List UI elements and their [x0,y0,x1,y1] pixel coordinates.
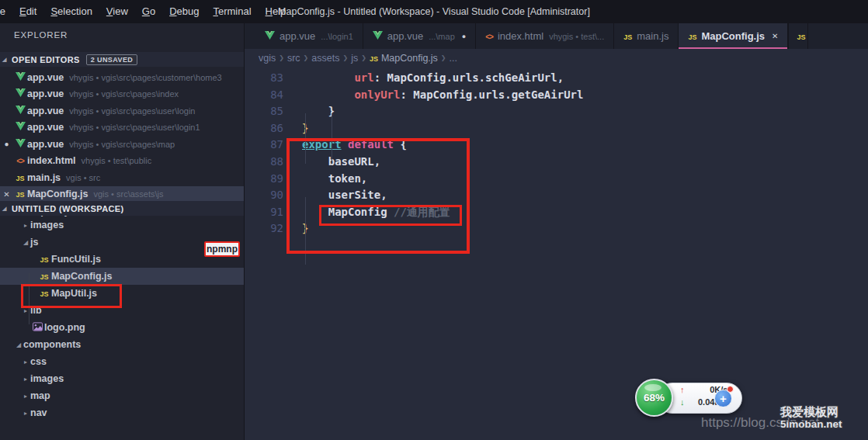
tree-item-images[interactable]: ▸images [0,370,245,387]
close-icon[interactable]: ✕ [0,190,13,199]
js-icon: JS [13,189,27,199]
tab-main.js[interactable]: JSmain.js [614,23,679,49]
code-token: { [394,138,407,151]
tree-item-label: images [30,220,64,230]
chevron-right-icon: ❯ [441,54,446,61]
tree-item-map[interactable]: ▸map [0,387,245,404]
line-number: 83 [245,70,283,87]
breadcrumb-item-assets[interactable]: assets [311,53,339,64]
tree-item-MapUtiljs[interactable]: JSMapUtil.js [0,285,245,302]
tree-item-lib[interactable]: ▸lib [0,302,245,319]
tab-index.html[interactable]: <>index.htmlvhygis • test\... [476,23,614,49]
code-line[interactable]: 90userSite, [245,187,868,204]
js-icon: JS [37,254,51,265]
open-editors-list: app.vuevhygis • vgis\src\pages\customer\… [0,69,245,220]
code-line[interactable]: 88baseURL, [245,154,868,171]
open-editor-item[interactable]: app.vuevhygis • vgis\src\pages\index [0,86,245,103]
open-editors-label: OPEN EDITORS [12,55,80,64]
line-number: 85 [245,103,283,120]
tree-item-nav[interactable]: ▸nav [0,404,245,421]
file-name: index.html [27,155,76,166]
code-line[interactable]: 92} [245,220,868,237]
file-name: app.vue [27,106,64,116]
tab-MapConfig.js[interactable]: JSMapConfig.js✕ [679,23,788,49]
tree-item-label: components [23,339,81,350]
file-name: main.js [27,172,61,183]
vue-icon [13,139,27,150]
menu-item-edit[interactable]: Edit [12,0,43,23]
open-editor-item[interactable]: JSmain.jsvgis • src [0,169,245,186]
vscode-window: FileEditSelectionViewGoDebugTerminalHelp… [0,0,868,440]
html-icon: <> [13,155,27,166]
tree-item-css[interactable]: ▸css [0,353,245,370]
code-line[interactable]: 86} [245,120,868,137]
open-editor-item[interactable]: ✕JSMapConfig.jsvgis • src\assets\js [0,186,245,203]
chevron-right-icon: ❯ [279,54,284,61]
indent-guide [332,113,332,164]
code-text: userSite, [302,187,387,204]
menu-item-terminal[interactable]: Terminal [206,0,258,23]
explorer-sidebar: EXPLORER ◢ OPEN EDITORS 2 UNSAVED app.vu… [0,23,245,440]
tree-item-logopng[interactable]: logo.png [0,319,245,336]
workspace-header[interactable]: ◢ UNTITLED (WORKSPACE) [0,201,245,216]
breadcrumb-label: vgis [259,53,276,64]
tree-item-label: MapConfig.js [51,271,112,282]
tab-close-icon[interactable]: ✕ [772,32,778,40]
code-line[interactable]: 91MapConfig //通用配置 [245,204,868,221]
breadcrumb-item-MapConfigjs[interactable]: JSMapConfig.js [370,53,438,64]
memory-usage-ball[interactable]: 68% [635,379,673,417]
modified-dot: ● [462,33,466,40]
menu-item-selection[interactable]: Selection [43,0,99,23]
menu-item-file[interactable]: File [0,0,12,23]
open-editor-item[interactable]: app.vuevhygis • vgis\src\pages\user\logi… [0,102,245,120]
code-token: MapConfig.urls.getGeAirUrl [413,88,583,101]
menu-item-view[interactable]: View [99,0,135,23]
open-editor-item[interactable]: <>index.htmlvhygis • test\public [0,153,245,170]
download-arrow-icon: ↓ [680,397,685,407]
breadcrumb-item-src[interactable]: src [287,53,300,64]
tab-label: index.html [498,30,543,42]
line-number: 90 [245,187,283,204]
breadcrumb-label: MapConfig.js [381,53,438,64]
tree-item-images[interactable]: ▸images [0,217,245,234]
menu-item-debug[interactable]: Debug [162,0,206,23]
tab-label: MapConfig.js [701,30,765,42]
tree-item-label: lib [30,305,42,316]
open-editor-item[interactable]: app.vuevhygis • vgis\src\pages\customer\… [0,69,245,86]
tree-item-label: images [30,373,64,384]
code-token: onlyUrl [354,88,400,101]
tree-item-MapConfigjs[interactable]: JSMapConfig.js [0,268,245,285]
tab-app.vue[interactable]: app.vue...\map● [363,23,476,49]
breadcrumb-item-[interactable]: ... [450,53,457,64]
tab-hint: vhygis • test\... [549,32,604,41]
tab-app.vue[interactable]: app.vue...\login1 [255,23,363,49]
code-editor[interactable]: 83url: MapConfig.urls.schGeAirUrl,84only… [245,67,868,440]
code-token [342,138,348,151]
js-icon: JS [37,271,51,282]
open-editor-item[interactable]: app.vuevhygis • vgis\src\pages\user\logi… [0,120,245,137]
open-editors-header[interactable]: ◢ OPEN EDITORS 2 UNSAVED [0,52,245,67]
speed-monitor-widget[interactable]: ↑ 0K/s ↓ 0.04K/s + 68% [635,377,745,419]
code-line[interactable]: 85} [245,103,868,120]
tab-bar: app.vue...\login1app.vue...\map●<>index.… [245,23,868,49]
chevron-collapsed-icon: ▸ [21,410,30,417]
code-token: //通用配置 [394,206,450,218]
window-title: MapConfig.js - Untitled (Workspace) - Vi… [278,6,590,17]
code-line[interactable]: 89token, [245,171,868,188]
file-path-hint: vhygis • vgis\src\pages\user\login1 [69,123,200,132]
chevron-collapsed-icon: ▸ [21,376,30,383]
site-watermark: 我爱模板网 5imoban.net [780,406,842,430]
code-line[interactable]: 83url: MapConfig.urls.schGeAirUrl, [245,70,868,87]
code-line[interactable]: 87export default { [245,137,868,154]
chevron-collapsed-icon: ▸ [21,222,30,229]
tab-partial[interactable]: JS [788,23,808,49]
breadcrumb-item-vgis[interactable]: vgis [259,53,276,64]
menu-item-go[interactable]: Go [135,0,162,23]
open-editor-item[interactable]: ●app.vuevhygis • vgis\src\pages\map [0,136,245,153]
tree-item-components[interactable]: ◢components [0,336,245,353]
tree-item-label: MapUtil.js [51,288,97,299]
code-text: MapConfig //通用配置 [302,204,450,221]
breadcrumb-item-js[interactable]: js [351,53,358,64]
tab-label: main.js [637,30,668,42]
code-line[interactable]: 84onlyUrl: MapConfig.urls.getGeAirUrl [245,87,868,104]
